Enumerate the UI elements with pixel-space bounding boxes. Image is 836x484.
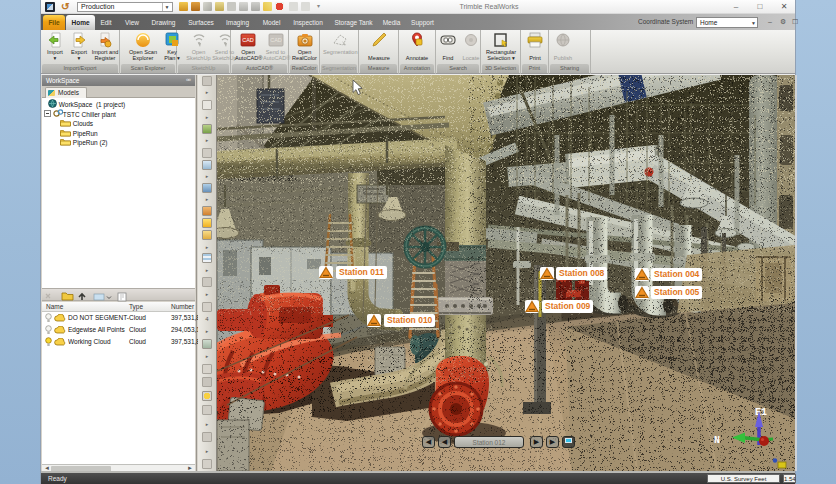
svg-text:N: N [714,435,720,446]
svg-text:CAD: CAD [242,37,254,43]
svg-text:E1: E1 [755,407,767,418]
svg-text:CAD: CAD [270,37,282,43]
